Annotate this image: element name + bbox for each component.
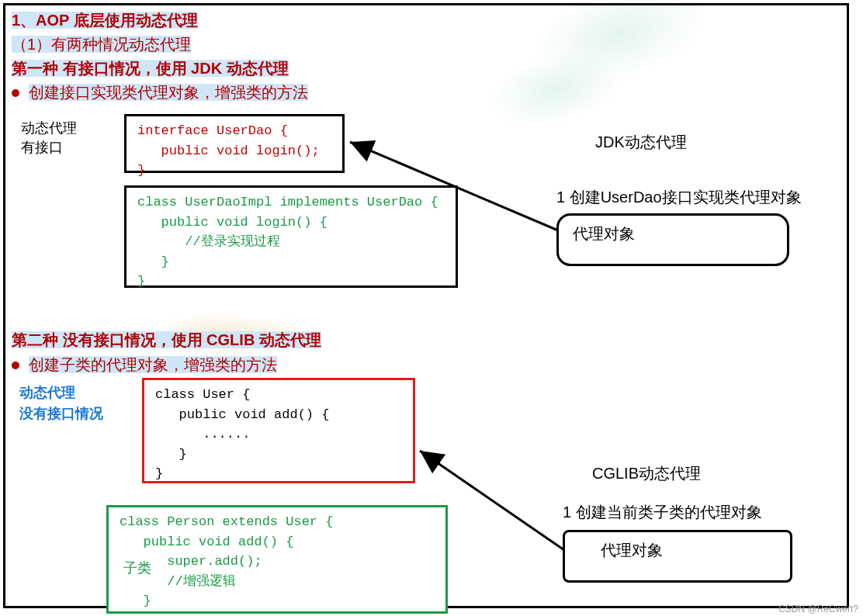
code-text: class UserDaoImpl implements UserDao { p… — [137, 195, 438, 289]
heading-aop: 1、AOP 底层使用动态代理 — [12, 9, 840, 33]
heading-text: 第二种 没有接口情况，使用 CGLIB 动态代理 — [12, 331, 321, 348]
code-class-user: class User { public void add() { ...... … — [142, 378, 415, 483]
heading-text: 1、AOP 底层使用动态代理 — [12, 12, 198, 29]
label-jdk-proxy-title: JDK动态代理 — [595, 132, 687, 153]
label-jdk-side: 动态代理 有接口 — [21, 119, 77, 157]
document-page: 1、AOP 底层使用动态代理 （1）有两种情况动态代理 第一种 有接口情况，使用… — [3, 3, 849, 608]
label-cglib-side: 动态代理 没有接口情况 — [19, 382, 103, 424]
heading-text: （1）有两种情况动态代理 — [12, 36, 191, 53]
box-jdk-proxy-object: 代理对象 — [556, 213, 789, 266]
code-interface-userdao: interface UserDao { public void login();… — [124, 114, 345, 173]
proxy-label: 代理对象 — [573, 225, 635, 242]
bullet-text: 创建子类的代理对象，增强类的方法 — [29, 356, 277, 373]
bullet-text: 创建接口实现类代理对象，增强类的方法 — [29, 84, 308, 101]
label-cglib-proxy-title: CGLIB动态代理 — [592, 463, 701, 484]
label-subclass: 子类 — [123, 558, 151, 579]
bullet-jdk: 创建接口实现类代理对象，增强类的方法 — [12, 81, 840, 105]
watermark: CSDN @ReCwert? — [778, 604, 858, 614]
label-line: 动态代理 — [19, 385, 75, 400]
subheading-two-cases: （1）有两种情况动态代理 — [12, 33, 840, 57]
label-line: 动态代理 — [21, 120, 77, 136]
code-text: interface UserDao { public void login();… — [137, 123, 320, 178]
heading-text: 第一种 有接口情况，使用 JDK 动态代理 — [12, 60, 289, 77]
code-text: class User { public void add() { ...... … — [155, 387, 329, 481]
code-class-userdaoimpl: class UserDaoImpl implements UserDao { p… — [124, 185, 458, 288]
label-line: 没有接口情况 — [19, 406, 103, 421]
code-text: class Person extends User { public void … — [120, 514, 333, 608]
bullet-icon — [12, 362, 19, 369]
label-jdk-step: 1 创建UserDao接口实现类代理对象 — [556, 187, 802, 208]
proxy-label: 代理对象 — [601, 542, 663, 559]
heading-jdk: 第一种 有接口情况，使用 JDK 动态代理 — [12, 57, 840, 81]
bullet-cglib: 创建子类的代理对象，增强类的方法 — [12, 353, 277, 377]
code-class-person: class Person extends User { public void … — [106, 505, 448, 614]
box-cglib-proxy-object: 代理对象 — [563, 530, 792, 583]
heading-cglib: 第二种 没有接口情况，使用 CGLIB 动态代理 — [12, 328, 321, 352]
label-cglib-step: 1 创建当前类子类的代理对象 — [563, 502, 762, 523]
label-line: 有接口 — [21, 140, 63, 155]
bullet-icon — [12, 89, 19, 97]
